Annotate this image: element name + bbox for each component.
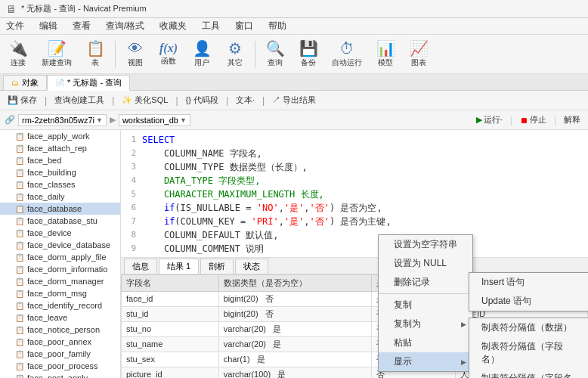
beautify-sql-button[interactable]: ✨ 美化SQL [119,94,171,107]
export-result-button[interactable]: ↗ 导出结果 [269,94,319,107]
sidebar-item-17[interactable]: 📋 face_poor_annex [0,336,120,348]
sidebar-item-4[interactable]: 📋 face_classes [0,178,120,191]
ctx-delete-record[interactable]: 删除记录 [379,273,472,292]
stop-icon: ⏹ [520,116,528,125]
sidebar-item-7[interactable]: 📋 face_database_stu [0,215,120,227]
sidebar-item-11[interactable]: 📋 face_dorm_informatio [0,263,120,275]
tab-query[interactable]: 📄 * 无标题 - 查询 [47,75,130,91]
user-button[interactable]: 👤 用户 [187,37,217,72]
sidebar-item-12[interactable]: 📋 face_dorm_manager [0,275,120,287]
sidebar-item-2[interactable]: 📋 face_bed [0,154,120,166]
tab-query-label: * 无标题 - 查询 [67,77,122,88]
save-button[interactable]: 💾 💾 保存保存 [5,94,40,107]
ctx-set-null[interactable]: 设置为 NULL [379,254,472,273]
ctx-copy-as[interactable]: 复制为 ▶ [379,314,472,333]
code-line-2: 2 COLUMN_NAME 字段名, [121,147,588,160]
ctx-sep-1 [379,293,472,294]
query-builder-button[interactable]: 查询创建工具 [51,94,107,107]
sidebar-item-13[interactable]: 📋 face_dorm_msg [0,287,120,299]
sidebar-item-15[interactable]: 📋 face_leave [0,311,120,324]
table-label: 表 [91,57,99,68]
ctx-set-empty[interactable]: 设置为空字符串 [379,235,472,254]
backup-label: 备份 [301,57,316,68]
panel-tab-profiling[interactable]: 剖析 [200,259,234,274]
stop-button[interactable]: ⏹ 停止 [517,113,549,126]
sub-update[interactable]: Update 语句 [469,292,588,311]
sub-show-both[interactable]: 制表符分隔值（字段名和数据） [469,369,588,378]
model-icon: 📊 [376,41,395,56]
menu-file[interactable]: 文件 [3,19,27,33]
backup-icon: 💾 [299,41,318,56]
connect-label: 连接 [11,57,26,68]
table-icon-12: 📋 [15,277,24,286]
code-editor[interactable]: 1 SELECT 2 COLUMN_NAME 字段名, 3 COLUMN_TYP… [121,130,588,258]
cell-field: stu_name [122,336,219,352]
menu-tools[interactable]: 工具 [199,19,223,33]
sidebar: 📋 face_apply_work 📋 face_attach_rep 📋 fa… [0,130,121,378]
new-query-button[interactable]: 📝 新建查询 [36,37,77,72]
function-button[interactable]: f(x) 函数 [153,37,184,72]
tab-objects[interactable]: 🗂 对象 [3,75,47,90]
table-icon-19: 📋 [15,362,24,370]
sec-toolbar: 💾 💾 保存保存 | 查询创建工具 | ✨ 美化SQL | {} 代码段 | 文… [0,91,588,110]
code-snippet-button[interactable]: {} 代码段 [183,94,221,107]
sec-sep-1: | [45,95,47,106]
cell-field: picture_id [122,367,219,378]
sub-show-data[interactable]: 制表符分隔值（数据） [469,318,588,337]
sidebar-item-19[interactable]: 📋 face_poor_process [0,360,120,372]
panel-tab-status[interactable]: 状态 [235,259,268,274]
sidebar-item-18[interactable]: 📋 face_poor_family [0,348,120,360]
ctx-show-label: 显示 [394,355,412,368]
table-icon-18: 📋 [15,350,24,358]
tab-query-icon: 📄 [55,79,64,87]
sidebar-item-0[interactable]: 📋 face_apply_work [0,130,120,142]
menu-edit[interactable]: 编辑 [36,19,60,33]
sidebar-item-14[interactable]: 📋 face_identify_record [0,299,120,311]
run-button[interactable]: ▶ 运行· [473,113,506,126]
sidebar-item-9[interactable]: 📋 face_device_database [0,239,120,251]
sidebar-item-apply[interactable]: 📋 face_post_apply [0,372,120,378]
text-button[interactable]: 文本· [233,94,258,107]
panel-tab-info[interactable]: 信息 [124,259,157,274]
menu-help[interactable]: 帮助 [265,19,289,33]
ctx-copy[interactable]: 复制 [379,296,472,314]
model-button[interactable]: 📊 模型 [370,37,401,72]
sidebar-item-16[interactable]: 📋 face_notice_person [0,324,120,336]
view-button[interactable]: 👁 视图 [120,37,150,72]
query-button[interactable]: 🔍 查询 [260,37,290,72]
menu-query[interactable]: 查询/格式 [103,19,147,33]
menu-window[interactable]: 窗口 [232,19,256,33]
menu-view[interactable]: 查看 [70,19,94,33]
table-icon-6: 📋 [15,205,24,213]
sidebar-item-8[interactable]: 📋 face_device [0,227,120,239]
menu-favorites[interactable]: 收藏夹 [156,19,190,33]
table-icon-14: 📋 [15,302,24,310]
ctx-show-arrow: ▶ [461,358,466,366]
panel-tab-result[interactable]: 结果 1 [159,259,199,274]
sidebar-item-1[interactable]: 📋 face_attach_rep [0,142,120,154]
table-icon-16: 📋 [15,326,24,334]
ctx-show[interactable]: 显示 ▶ [379,352,472,371]
sidebar-item-building[interactable]: 📋 face_building [0,166,120,178]
explain-button[interactable]: 解释 [561,113,583,126]
sub-insert[interactable]: Insert 语句 [469,273,588,292]
chart-button[interactable]: 📈 图表 [404,37,434,72]
table-button[interactable]: 📋 表 [80,37,110,72]
toolbar-sep-2 [255,41,255,68]
conn-select[interactable]: rm-2zetn83n05wz7i ▼ [18,114,107,126]
sub-show-fields[interactable]: 制表符分隔值（字段名） [469,337,588,369]
sidebar-item-10[interactable]: 📋 face_dorm_apply_file [0,251,120,263]
sub-menu-copy-as: Insert 语句 Update 语句 [469,272,588,311]
ctx-paste[interactable]: 粘贴 [379,333,472,352]
sidebar-item-database[interactable]: 📋 face_database [0,203,120,215]
connect-button[interactable]: 🔌 连接 [3,37,33,72]
ctx-copy-as-arrow: ▶ [461,321,466,328]
autorun-button[interactable]: ⏱ 自动运行 [326,37,367,72]
user-icon: 👤 [193,41,212,56]
db-select[interactable]: workstation_db ▼ [119,114,190,126]
code-line-7: 7 if(COLUMN_KEY = 'PRI','是','否') 是否为主键, [121,215,588,228]
backup-button[interactable]: 💾 备份 [293,37,323,72]
sidebar-item-5[interactable]: 📋 face_daily [0,191,120,203]
function-label: 函数 [161,56,176,67]
other-button[interactable]: ⚙ 其它 [220,37,250,72]
